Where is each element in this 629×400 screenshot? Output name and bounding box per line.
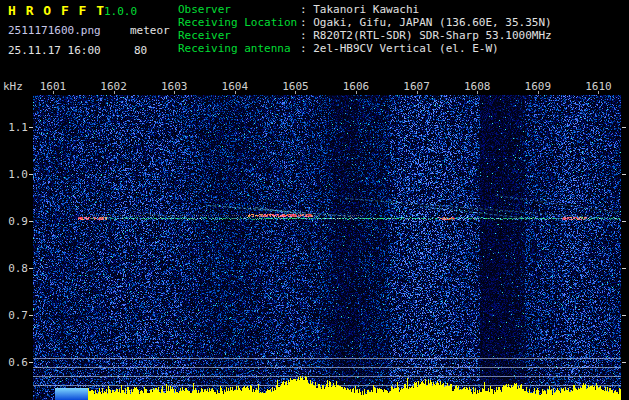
- app-version: 1.0.0: [104, 5, 137, 18]
- freq-label: 0.8: [2, 262, 28, 275]
- freq-tick-mark-right: [622, 268, 626, 269]
- freq-tick-mark-right: [622, 174, 626, 175]
- info-row: Receiver: R820T2(RTL-SDR) SDR-Sharp 53.1…: [178, 29, 552, 42]
- info-row: Receiving antenna: 2el-HB9CV Vertical (e…: [178, 42, 552, 55]
- freq-label: 0.9: [2, 215, 28, 228]
- info-label: Receiving antenna: [178, 42, 300, 55]
- freq-label: 0.7: [2, 309, 28, 322]
- freq-tick-mark-right: [622, 221, 626, 222]
- freq-tick-mark-right: [622, 362, 626, 363]
- station-info-block: Observer: Takanori KawachiReceiving Loca…: [178, 3, 552, 55]
- info-separator: :: [300, 16, 313, 29]
- freq-tick-mark-left: [29, 268, 33, 269]
- info-value: Takanori Kawachi: [313, 3, 419, 16]
- freq-label: 0.6: [2, 356, 28, 369]
- info-value: R820T2(RTL-SDR) SDR-Sharp 53.1000MHz: [313, 29, 551, 42]
- time-tick-mark: [295, 91, 296, 94]
- freq-tick-mark-left: [29, 221, 33, 222]
- spectrogram-canvas: [33, 95, 621, 400]
- freq-axis-unit: kHz: [3, 80, 23, 93]
- freq-tick-mark-left: [29, 315, 33, 316]
- time-tick-mark: [417, 91, 418, 94]
- info-label: Observer: [178, 3, 300, 16]
- freq-tick-mark-left: [29, 174, 33, 175]
- info-separator: :: [300, 29, 313, 42]
- output-filename: 2511171600.png: [8, 24, 101, 37]
- hrofft-output: H R O F F T 1.0.0 2511171600.png meteor …: [0, 0, 629, 400]
- info-row: Observer: Takanori Kawachi: [178, 3, 552, 16]
- time-tick-mark: [53, 91, 54, 94]
- freq-tick-mark-left: [29, 127, 33, 128]
- time-tick-mark: [174, 91, 175, 94]
- observation-datetime: 25.11.17 16:00: [8, 44, 101, 57]
- time-tick-mark: [538, 91, 539, 94]
- info-separator: :: [300, 3, 313, 16]
- freq-label: 1.1: [2, 121, 28, 134]
- time-tick-mark: [477, 91, 478, 94]
- info-label: Receiving Location: [178, 16, 300, 29]
- mode-label: meteor: [130, 24, 170, 37]
- time-tick-mark: [114, 91, 115, 94]
- time-tick-mark: [598, 91, 599, 94]
- echo-count: 80: [134, 44, 147, 57]
- info-row: Receiving Location: Ogaki, Gifu, JAPAN (…: [178, 16, 552, 29]
- info-label: Receiver: [178, 29, 300, 42]
- freq-tick-mark-right: [622, 315, 626, 316]
- info-value: Ogaki, Gifu, JAPAN (136.60E, 35.35N): [313, 16, 551, 29]
- freq-tick-mark-left: [29, 362, 33, 363]
- info-separator: :: [300, 42, 313, 55]
- time-tick-mark: [235, 91, 236, 94]
- info-value: 2el-HB9CV Vertical (el. E-W): [313, 42, 498, 55]
- freq-tick-mark-right: [622, 127, 626, 128]
- app-title: H R O F F T: [8, 3, 105, 18]
- freq-label: 1.0: [2, 168, 28, 181]
- time-tick-mark: [356, 91, 357, 94]
